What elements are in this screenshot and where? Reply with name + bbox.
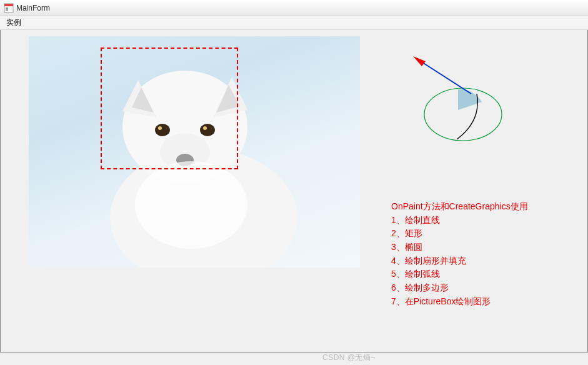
drawn-arrowhead-polygon	[413, 56, 426, 66]
instruction-line: 2、矩形	[391, 227, 528, 241]
dashed-rectangle-overlay	[101, 48, 238, 169]
instructions-text: OnPaint方法和CreateGraphics使用 1、绘制直线 2、矩形 3…	[391, 200, 528, 309]
svg-point-12	[135, 161, 247, 249]
svg-rect-2	[6, 8, 8, 9]
drawn-line	[421, 61, 471, 94]
svg-rect-3	[6, 9, 8, 11]
menubar: 实例	[0, 16, 588, 30]
window-title: MainForm	[16, 4, 50, 12]
menu-item-instance[interactable]: 实例	[0, 16, 27, 30]
svg-rect-1	[4, 4, 13, 6]
watermark-text: CSDN @无熵~	[322, 352, 376, 363]
picturebox	[29, 36, 360, 268]
instruction-line: 7、在PictureBox绘制图形	[391, 295, 528, 309]
instruction-line: 4、绘制扇形并填充	[391, 254, 528, 268]
instruction-line: 5、绘制弧线	[391, 268, 528, 281]
graphics-drawing-area	[401, 55, 526, 168]
instruction-line: 6、绘制多边形	[391, 281, 528, 295]
form-icon	[4, 3, 14, 13]
instruction-line: 3、椭圆	[391, 241, 528, 254]
titlebar: MainForm	[0, 0, 588, 16]
instructions-heading: OnPaint方法和CreateGraphics使用	[391, 200, 528, 214]
instruction-line: 1、绘制直线	[391, 214, 528, 228]
client-area: OnPaint方法和CreateGraphics使用 1、绘制直线 2、矩形 3…	[0, 30, 588, 352]
